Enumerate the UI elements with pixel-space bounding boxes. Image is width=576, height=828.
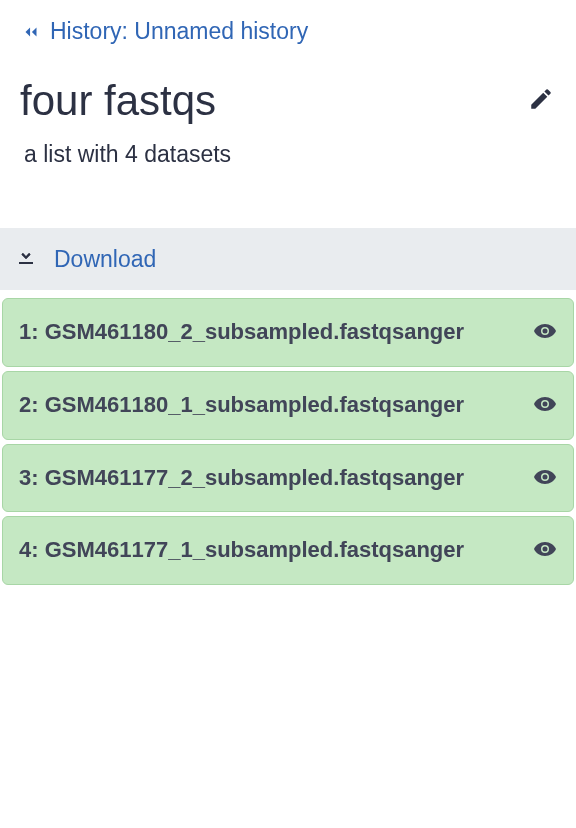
view-button[interactable] bbox=[533, 537, 557, 565]
dataset-label: 4: GSM461177_1_subsampled.fastqsanger bbox=[19, 535, 533, 566]
download-bar[interactable]: Download bbox=[0, 228, 576, 290]
list-item[interactable]: 2: GSM461180_1_subsampled.fastqsanger bbox=[2, 371, 574, 440]
view-button[interactable] bbox=[533, 465, 557, 493]
list-item[interactable]: 1: GSM461180_2_subsampled.fastqsanger bbox=[2, 298, 574, 367]
list-item[interactable]: 3: GSM461177_2_subsampled.fastqsanger bbox=[2, 444, 574, 513]
dataset-label: 1: GSM461180_2_subsampled.fastqsanger bbox=[19, 317, 533, 348]
pencil-icon bbox=[528, 86, 554, 112]
header: History: Unnamed history four fastqs a l… bbox=[0, 0, 576, 228]
view-button[interactable] bbox=[533, 319, 557, 347]
eye-icon bbox=[533, 319, 557, 343]
eye-icon bbox=[533, 465, 557, 489]
eye-icon bbox=[533, 537, 557, 561]
back-chevrons-icon bbox=[20, 21, 42, 43]
dataset-list: 1: GSM461180_2_subsampled.fastqsanger 2:… bbox=[0, 290, 576, 593]
eye-icon bbox=[533, 392, 557, 416]
view-button[interactable] bbox=[533, 392, 557, 420]
subtitle: a list with 4 datasets bbox=[20, 141, 554, 168]
breadcrumb-label: History: Unnamed history bbox=[50, 18, 308, 45]
breadcrumb[interactable]: History: Unnamed history bbox=[20, 18, 554, 45]
list-item[interactable]: 4: GSM461177_1_subsampled.fastqsanger bbox=[2, 516, 574, 585]
dataset-label: 2: GSM461180_1_subsampled.fastqsanger bbox=[19, 390, 533, 421]
download-label: Download bbox=[54, 246, 156, 273]
dataset-label: 3: GSM461177_2_subsampled.fastqsanger bbox=[19, 463, 533, 494]
download-icon bbox=[14, 244, 38, 274]
title-row: four fastqs bbox=[20, 77, 554, 125]
page-title: four fastqs bbox=[20, 77, 216, 125]
edit-button[interactable] bbox=[528, 86, 554, 116]
